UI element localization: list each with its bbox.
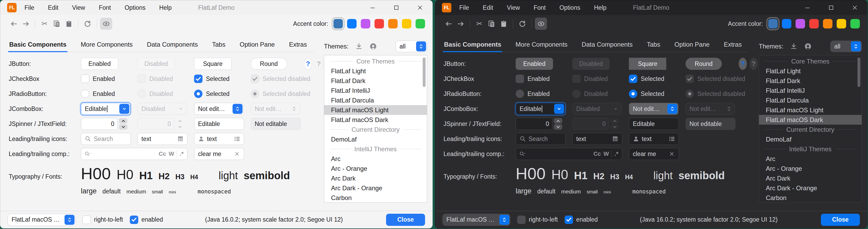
- tab-extras[interactable]: Extras: [288, 38, 308, 52]
- paste-button[interactable]: [63, 18, 75, 30]
- accent-swatch[interactable]: [796, 19, 805, 28]
- clear-icon[interactable]: [234, 151, 240, 157]
- scrollbar-thumb[interactable]: [423, 57, 426, 87]
- accent-swatch[interactable]: [361, 19, 370, 28]
- tab-basic-components[interactable]: Basic Components: [8, 38, 67, 52]
- search-field[interactable]: Search: [516, 133, 566, 145]
- text-field-calendar[interactable]: text: [137, 133, 187, 145]
- chevron-up-down-icon[interactable]: [232, 104, 243, 114]
- theme-item[interactable]: Carbon: [324, 193, 427, 203]
- close-button[interactable]: Close: [821, 214, 860, 226]
- clear-icon[interactable]: [669, 151, 675, 157]
- menu-item-edit[interactable]: Edit: [483, 4, 493, 11]
- spinner-down-icon[interactable]: [119, 124, 127, 130]
- refresh-button[interactable]: [516, 18, 528, 30]
- tab-data-components[interactable]: Data Components: [146, 38, 199, 52]
- help-button[interactable]: ?: [304, 58, 312, 70]
- round-button[interactable]: Round: [685, 58, 722, 70]
- tab-basic-components[interactable]: Basic Components: [443, 38, 502, 52]
- theme-item[interactable]: FlatLaf Light: [324, 66, 427, 76]
- theme-item[interactable]: FlatLaf macOS Dark: [759, 115, 862, 125]
- tab-option-pane[interactable]: Option Pane: [239, 38, 276, 52]
- back-button[interactable]: [8, 18, 20, 30]
- checkbox-enabled[interactable]: Enabled: [81, 75, 131, 83]
- minimize-button[interactable]: [804, 4, 811, 11]
- themes-filter-combo[interactable]: all: [830, 40, 862, 52]
- paste-button[interactable]: [497, 18, 509, 30]
- accent-swatch[interactable]: [768, 19, 778, 28]
- theme-item[interactable]: FlatLaf Dark: [324, 76, 427, 86]
- regex-button[interactable]: .*: [180, 150, 184, 157]
- menu-item-font[interactable]: Font: [533, 4, 546, 11]
- text-field-user-list[interactable]: text: [194, 133, 244, 145]
- match-case-button[interactable]: Cc: [593, 150, 601, 157]
- close-window-button[interactable]: [851, 4, 858, 11]
- cut-button[interactable]: ✂: [38, 18, 51, 30]
- inspect-toggle-button[interactable]: [100, 18, 112, 30]
- menu-item-file[interactable]: File: [25, 4, 34, 11]
- help-button[interactable]: ?: [739, 58, 747, 70]
- tab-option-pane[interactable]: Option Pane: [673, 38, 711, 52]
- chevron-up-down-icon[interactable]: [667, 104, 677, 114]
- menu-item-font[interactable]: Font: [99, 4, 111, 11]
- tab-tabs[interactable]: Tabs: [211, 38, 226, 52]
- copy-button[interactable]: [51, 18, 63, 30]
- radio-enabled[interactable]: Enabled: [81, 90, 131, 98]
- spinner[interactable]: 0: [516, 118, 562, 130]
- theme-item[interactable]: FlatLaf IntelliJ: [759, 86, 862, 95]
- combobox-not-editable[interactable]: Not editable: [194, 103, 244, 115]
- search-comp-field[interactable]: Cc W .*: [81, 148, 187, 160]
- themes-list[interactable]: Core ThemesFlatLaf LightFlatLaf DarkFlat…: [324, 55, 427, 203]
- github-icon[interactable]: [370, 43, 377, 50]
- search-field[interactable]: Search: [81, 133, 131, 145]
- theme-item[interactable]: FlatLaf Light: [759, 66, 862, 76]
- whole-word-button[interactable]: W: [603, 150, 609, 157]
- menu-item-options[interactable]: Options: [559, 4, 580, 11]
- tab-more-components[interactable]: More Components: [514, 38, 568, 52]
- tab-more-components[interactable]: More Components: [80, 38, 133, 52]
- spinner-up-icon[interactable]: [554, 118, 562, 123]
- menu-item-help[interactable]: Help: [594, 4, 606, 11]
- text-field-calendar[interactable]: text: [572, 133, 622, 145]
- theme-item[interactable]: Arc Dark: [324, 173, 427, 183]
- right-to-left-checkbox[interactable]: right-to-left: [83, 216, 123, 224]
- inspect-toggle-button[interactable]: [535, 18, 547, 30]
- accent-swatch[interactable]: [415, 19, 425, 28]
- theme-item[interactable]: Arc: [324, 154, 427, 164]
- text-field-user-list[interactable]: text: [629, 133, 679, 145]
- scrollbar-thumb[interactable]: [858, 57, 860, 87]
- menu-item-view[interactable]: View: [507, 4, 520, 11]
- themes-list[interactable]: Core ThemesFlatLaf LightFlatLaf DarkFlat…: [759, 55, 862, 203]
- themes-filter-combo[interactable]: all: [396, 40, 427, 52]
- search-comp-field[interactable]: Cc W .*: [516, 148, 622, 160]
- theme-item[interactable]: Arc Dark - Orange: [324, 183, 427, 193]
- round-button[interactable]: Round: [251, 58, 287, 70]
- close-window-button[interactable]: [416, 4, 424, 11]
- accent-swatch[interactable]: [388, 19, 398, 28]
- theme-item[interactable]: Arc Dark: [759, 173, 862, 183]
- tab-data-components[interactable]: Data Components: [581, 38, 633, 52]
- combobox-editable[interactable]: Editable: [81, 103, 130, 115]
- chevron-up-down-icon[interactable]: [851, 41, 861, 51]
- checkbox-selected[interactable]: Selected: [629, 75, 679, 83]
- accent-swatch[interactable]: [850, 19, 860, 28]
- theme-item[interactable]: Arc: [759, 154, 862, 164]
- square-button[interactable]: Square: [629, 58, 666, 70]
- theme-item[interactable]: Arc - Orange: [759, 164, 862, 173]
- match-case-button[interactable]: Cc: [158, 150, 166, 157]
- enabled-checkbox[interactable]: enabled: [565, 216, 598, 224]
- accent-swatch[interactable]: [837, 19, 846, 28]
- checkbox-enabled[interactable]: Enabled: [516, 75, 566, 83]
- theme-item[interactable]: FlatLaf macOS Light: [324, 105, 427, 115]
- github-icon[interactable]: [804, 43, 812, 50]
- clear-me-field[interactable]: clear me: [629, 148, 679, 160]
- laf-combo[interactable]: FlatLaf macOS Li...: [8, 214, 75, 226]
- close-button[interactable]: Close: [386, 214, 425, 226]
- spinner[interactable]: 0: [81, 118, 127, 130]
- clear-me-field[interactable]: clear me: [194, 148, 244, 160]
- theme-item[interactable]: Carbon: [759, 193, 862, 203]
- maximize-button[interactable]: [828, 4, 835, 11]
- radio-selected[interactable]: Selected: [194, 90, 244, 98]
- enabled-checkbox[interactable]: enabled: [130, 216, 163, 224]
- regex-button[interactable]: .*: [614, 150, 618, 157]
